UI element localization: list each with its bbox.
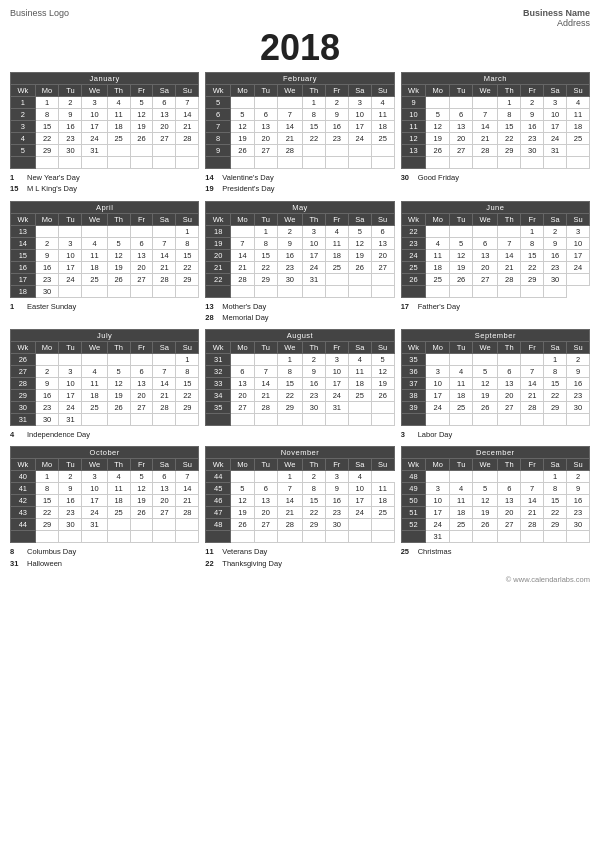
business-address: Address	[523, 18, 590, 28]
holiday-item: 19President's Day	[205, 183, 394, 194]
holiday-section-september: 3Labor Day	[401, 429, 590, 440]
holiday-section-november: 11Veterans Day22Thanksgiving Day	[205, 546, 394, 569]
holiday-item: 15M L King's Day	[10, 183, 199, 194]
holiday-item: 11Veterans Day	[205, 546, 394, 557]
holiday-item: 13Mother's Day	[205, 301, 394, 312]
month-block-february: FebruaryWkMoTuWeThFrSaSu5123465678910117…	[205, 72, 394, 195]
month-table-january: JanuaryWkMoTuWeThFrSaSu11234567289101112…	[10, 72, 199, 169]
calendars-grid: JanuaryWkMoTuWeThFrSaSu11234567289101112…	[10, 72, 590, 569]
holiday-section-april: 1Easter Sunday	[10, 301, 199, 312]
month-table-august: AugustWkMoTuWeThFrSaSu311234532678910111…	[205, 329, 394, 426]
month-block-november: NovemberWkMoTuWeThFrSaSu4412344556789101…	[205, 446, 394, 569]
holiday-item: 3Labor Day	[401, 429, 590, 440]
holiday-item: 1New Year's Day	[10, 172, 199, 183]
month-table-september: SeptemberWkMoTuWeThFrSaSu351236345678937…	[401, 329, 590, 426]
month-table-may: MayWkMoTuWeThFrSaSu181234561978910111213…	[205, 201, 394, 298]
top-bar: Business Logo Business Name Address	[10, 8, 590, 28]
month-table-december: DecemberWkMoTuWeThFrSaSu4812493456789501…	[401, 446, 590, 543]
month-table-march: MarchWkMoTuWeThFrSaSu9123410567891011111…	[401, 72, 590, 169]
month-block-march: MarchWkMoTuWeThFrSaSu9123410567891011111…	[401, 72, 590, 195]
month-table-november: NovemberWkMoTuWeThFrSaSu4412344556789101…	[205, 446, 394, 543]
holiday-item: 28Memorial Day	[205, 312, 394, 323]
month-block-april: AprilWkMoTuWeThFrSaSu1311423456781591011…	[10, 201, 199, 324]
holiday-item: 17Father's Day	[401, 301, 590, 312]
month-block-december: DecemberWkMoTuWeThFrSaSu4812493456789501…	[401, 446, 590, 569]
month-table-april: AprilWkMoTuWeThFrSaSu1311423456781591011…	[10, 201, 199, 298]
holiday-item: 31Halloween	[10, 558, 199, 569]
month-block-july: JulyWkMoTuWeThFrSaSu26127234567828910111…	[10, 329, 199, 440]
month-table-february: FebruaryWkMoTuWeThFrSaSu5123465678910117…	[205, 72, 394, 169]
holiday-item: 25Christmas	[401, 546, 590, 557]
month-block-may: MayWkMoTuWeThFrSaSu181234561978910111213…	[205, 201, 394, 324]
holiday-section-may: 13Mother's Day28Memorial Day	[205, 301, 394, 324]
holiday-section-july: 4Independence Day	[10, 429, 199, 440]
month-block-january: JanuaryWkMoTuWeThFrSaSu11234567289101112…	[10, 72, 199, 195]
month-block-october: OctoberWkMoTuWeThFrSaSu40123456741891011…	[10, 446, 199, 569]
holiday-section-january: 1New Year's Day15M L King's Day	[10, 172, 199, 195]
business-logo: Business Logo	[10, 8, 69, 18]
holiday-section-june: 17Father's Day	[401, 301, 590, 312]
holiday-item: 22Thanksgiving Day	[205, 558, 394, 569]
page: Business Logo Business Name Address 2018…	[0, 0, 600, 592]
holiday-section-february: 14Valentine's Day19President's Day	[205, 172, 394, 195]
month-table-july: JulyWkMoTuWeThFrSaSu26127234567828910111…	[10, 329, 199, 426]
month-block-september: SeptemberWkMoTuWeThFrSaSu351236345678937…	[401, 329, 590, 440]
month-block-august: AugustWkMoTuWeThFrSaSu311234532678910111…	[205, 329, 394, 440]
holiday-section-december: 25Christmas	[401, 546, 590, 557]
month-block-june: JuneWkMoTuWeThFrSaSu22123234567891024111…	[401, 201, 590, 324]
month-table-june: JuneWkMoTuWeThFrSaSu22123234567891024111…	[401, 201, 590, 298]
holiday-item: 8Columbus Day	[10, 546, 199, 557]
footer: © www.calendarlabs.com	[10, 575, 590, 584]
business-info: Business Name Address	[523, 8, 590, 28]
holiday-section-october: 8Columbus Day31Halloween	[10, 546, 199, 569]
holiday-item: 4Independence Day	[10, 429, 199, 440]
holiday-item: 14Valentine's Day	[205, 172, 394, 183]
holiday-item: 30Good Friday	[401, 172, 590, 183]
month-table-october: OctoberWkMoTuWeThFrSaSu40123456741891011…	[10, 446, 199, 543]
holiday-item: 1Easter Sunday	[10, 301, 199, 312]
holiday-section-march: 30Good Friday	[401, 172, 590, 183]
year-title: 2018	[10, 30, 590, 66]
business-name: Business Name	[523, 8, 590, 18]
